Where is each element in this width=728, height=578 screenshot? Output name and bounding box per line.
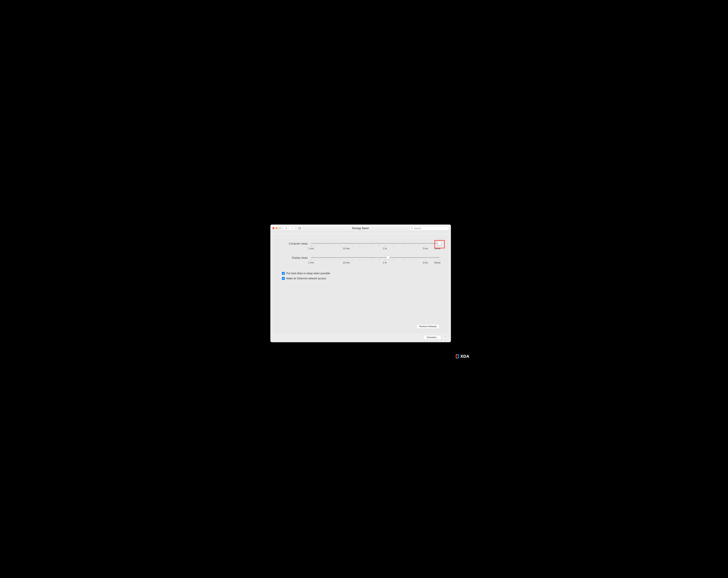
tick-label: 1 hr: [383, 261, 387, 264]
show-all-button[interactable]: [296, 226, 303, 230]
svg-line-1: [412, 229, 413, 229]
settings-panel: Computer sleep: 1 min15 min1 hr3 hrsNeve…: [274, 235, 448, 332]
panel-footer: Restore Defaults: [282, 324, 439, 329]
tick-label: 1 min: [308, 261, 314, 264]
xda-watermark: XDA: [455, 354, 469, 359]
slider-track: [311, 257, 439, 258]
search-field[interactable]: [410, 226, 449, 230]
slider-ticks: [311, 245, 439, 247]
window-footer: Schedule... ?: [274, 335, 448, 340]
tick-label: Never: [434, 261, 441, 264]
chevron-right-icon: [291, 227, 293, 229]
checkbox[interactable]: [282, 272, 285, 275]
grid-icon: [298, 227, 301, 229]
tick-label: 1 hr: [383, 247, 387, 250]
wake-net-checkbox-row[interactable]: Wake for Ethernet network access: [282, 277, 439, 280]
computer-sleep-row: Computer sleep: 1 min15 min1 hr3 hrsNeve…: [282, 242, 439, 250]
titlebar: Energy Saver: [270, 225, 451, 232]
help-button[interactable]: ?: [443, 335, 447, 340]
window-controls: [272, 227, 281, 229]
minimize-button[interactable]: [276, 227, 278, 229]
tick-label: Never: [434, 247, 441, 250]
checkbox-label: Wake for Ethernet network access: [286, 277, 326, 280]
checkbox[interactable]: [282, 277, 285, 280]
tick-label: 3 hrs: [423, 247, 428, 250]
preferences-window: Energy Saver Computer sleep:: [270, 225, 451, 342]
zoom-button-disabled: [279, 227, 281, 229]
slider-track: [311, 243, 439, 244]
hd-sleep-checkbox-row[interactable]: Put hard disks to sleep when possible: [282, 272, 439, 275]
display-sleep-label: Display sleep:: [282, 256, 308, 259]
checkbox-group: Put hard disks to sleep when possible Wa…: [282, 272, 439, 282]
checkmark-icon: [282, 277, 284, 279]
slider-ticks: [311, 259, 439, 261]
tick-label: 15 min: [343, 261, 350, 264]
screenshot-canvas: Energy Saver Computer sleep:: [258, 219, 470, 360]
tick-label: 15 min: [343, 247, 350, 250]
search-input[interactable]: [414, 227, 448, 230]
xda-logo-icon: [455, 354, 460, 359]
slider-tick-labels: 1 min15 min1 hr3 hrsNever: [311, 247, 439, 250]
computer-sleep-label: Computer sleep:: [282, 242, 308, 245]
content-area: Computer sleep: 1 min15 min1 hr3 hrsNeve…: [270, 232, 451, 342]
forward-button[interactable]: [289, 226, 295, 230]
slider-tick-labels: 1 min15 min1 hr3 hrsNever: [311, 261, 439, 264]
nav-back-forward: [283, 226, 295, 230]
xda-text: XDA: [460, 354, 469, 359]
computer-sleep-slider[interactable]: 1 min15 min1 hr3 hrsNever: [311, 242, 439, 250]
checkbox-label: Put hard disks to sleep when possible: [286, 272, 330, 275]
restore-defaults-button[interactable]: Restore Defaults: [417, 324, 439, 329]
tick-label: 1 min: [308, 247, 314, 250]
chevron-left-icon: [285, 227, 287, 229]
schedule-button[interactable]: Schedule...: [424, 335, 441, 340]
close-button[interactable]: [272, 227, 275, 229]
search-icon: [411, 227, 413, 229]
tick-label: 3 hrs: [423, 261, 428, 264]
display-sleep-row: Display sleep: 1 min15 min1 hr3 hrsNever: [282, 256, 439, 264]
display-sleep-slider[interactable]: 1 min15 min1 hr3 hrsNever: [311, 256, 439, 264]
checkmark-icon: [282, 272, 284, 274]
back-button[interactable]: [283, 226, 289, 230]
